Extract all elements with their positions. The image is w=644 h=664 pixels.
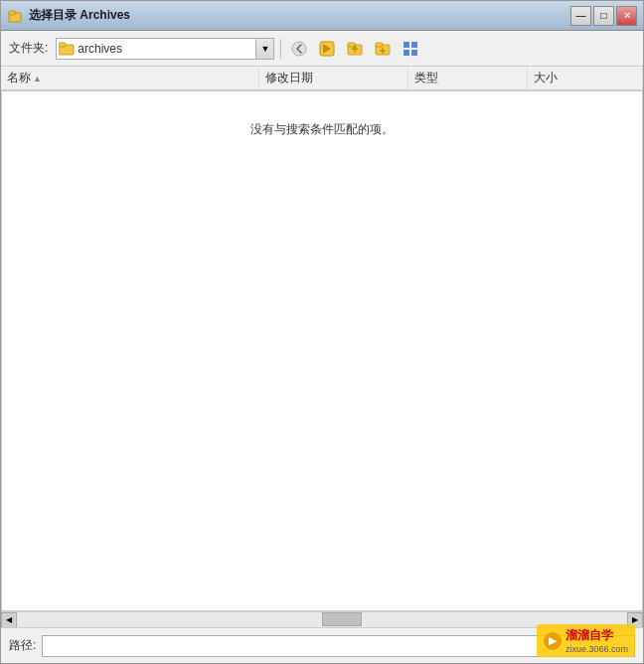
up-button[interactable] [343, 38, 367, 60]
new-folder-button[interactable] [371, 38, 395, 60]
up-folder-icon [347, 41, 363, 57]
column-headers: 名称 ▲ 修改日期 类型 大小 [1, 67, 643, 91]
path-text: archives [78, 42, 253, 56]
svg-rect-16 [411, 50, 417, 56]
close-button[interactable]: ✕ [616, 6, 637, 26]
minimize-button[interactable]: — [570, 6, 591, 26]
col-header-name[interactable]: 名称 ▲ [1, 67, 259, 89]
svg-rect-8 [348, 43, 355, 47]
col-header-type[interactable]: 类型 [408, 67, 528, 89]
toolbar: 文件夹: archives ▼ [1, 31, 643, 67]
forward-button[interactable] [315, 38, 339, 60]
footer: 路径: ▶ 溜溜自学 zixue.3066.com [1, 627, 643, 663]
svg-rect-15 [403, 50, 409, 56]
folder-label: 文件夹: [9, 40, 48, 57]
view-button[interactable] [399, 38, 422, 60]
maximize-button[interactable]: □ [593, 6, 614, 26]
forward-icon [319, 41, 335, 57]
window-title: 选择目录 Archives [29, 7, 570, 24]
scroll-thumb[interactable] [322, 612, 362, 626]
scroll-right-button[interactable]: ▶ [627, 612, 643, 628]
back-button[interactable] [287, 38, 311, 60]
scroll-track[interactable] [17, 612, 627, 627]
path-input[interactable]: archives [56, 38, 256, 60]
scroll-left-button[interactable]: ◀ [1, 612, 17, 628]
svg-rect-13 [403, 42, 409, 48]
folder-icon-in-input [59, 42, 75, 56]
file-list-wrapper: 名称 ▲ 修改日期 类型 大小 没有与搜索条件匹配的项。 ◀ ▶ [1, 67, 643, 627]
window-icon [7, 8, 23, 24]
main-window: 选择目录 Archives — □ ✕ 文件夹: archives ▼ [0, 0, 644, 664]
col-header-date[interactable]: 修改日期 [259, 67, 408, 89]
back-icon [291, 41, 307, 57]
view-icon [402, 41, 418, 57]
svg-rect-3 [59, 43, 66, 47]
svg-rect-10 [376, 43, 383, 47]
path-dropdown-button[interactable]: ▼ [256, 38, 274, 60]
toolbar-separator-1 [280, 39, 281, 59]
svg-point-4 [292, 42, 306, 56]
new-folder-icon [375, 41, 391, 57]
horizontal-scrollbar: ◀ ▶ [1, 611, 643, 627]
path-input-container: archives ▼ [56, 38, 274, 60]
empty-message: 没有与搜索条件匹配的项。 [250, 121, 394, 138]
path-label: 路径: [9, 637, 36, 654]
svg-rect-14 [411, 42, 417, 48]
title-bar: 选择目录 Archives — □ ✕ [1, 1, 643, 31]
footer-path-input[interactable] [42, 635, 635, 657]
window-controls: — □ ✕ [570, 6, 637, 26]
col-header-size[interactable]: 大小 [528, 67, 643, 89]
svg-rect-1 [9, 11, 15, 15]
file-list-content: 没有与搜索条件匹配的项。 [1, 91, 643, 611]
